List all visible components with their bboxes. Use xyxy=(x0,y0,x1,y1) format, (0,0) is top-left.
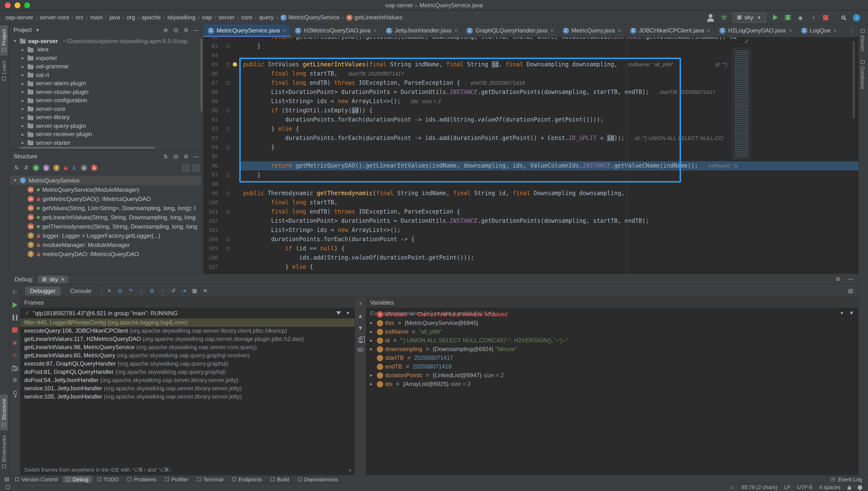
variable-row-downsampling[interactable]: ▸downsampling = {Downsampling@6924} "Min… xyxy=(366,345,858,353)
filter-frames-icon[interactable] xyxy=(336,311,341,315)
code-line-86[interactable]: 86 final long startTB, startTB: 20200807… xyxy=(203,69,858,79)
breadcrumb-item-skywalking[interactable]: skywalking xyxy=(167,14,196,21)
toolwindow-button-endpoints[interactable]: Endpoints xyxy=(229,476,265,483)
fold-marker-icon[interactable] xyxy=(226,81,230,85)
fold-marker-icon[interactable] xyxy=(226,238,230,241)
show-fields-icon[interactable]: f xyxy=(53,165,60,171)
project-tree-item-server-library[interactable]: ▸server-library xyxy=(10,113,201,121)
breadcrumb-item-java[interactable]: java xyxy=(109,14,121,21)
stack-frame[interactable]: doPost:81, GraphQLQueryHandler (org.apac… xyxy=(20,368,354,376)
line-number[interactable]: 87 xyxy=(203,79,218,88)
code-line-89[interactable]: 89 List<String> ids = new ArrayList<>();… xyxy=(203,97,858,106)
caret-position[interactable]: 85:76 (2 chars) xyxy=(742,484,777,490)
inspection-ok-icon[interactable]: ✓ xyxy=(744,38,749,45)
debugger-tab-debugger[interactable]: Debugger xyxy=(25,286,60,295)
step-out-button[interactable]: ↑ xyxy=(160,287,166,294)
tool-strip-button-structure[interactable]: Structure xyxy=(0,395,8,431)
profiler-button[interactable]: ◔ xyxy=(809,14,817,21)
file-encoding[interactable]: UTF-8 xyxy=(797,484,812,490)
chevron-down-icon[interactable]: ▾ xyxy=(35,26,40,34)
project-hscrollbar[interactable] xyxy=(19,147,155,149)
code-line-84[interactable]: 84 xyxy=(203,51,858,60)
breadcrumb-item-oap[interactable]: oap xyxy=(202,14,212,21)
expand-icon[interactable]: ▸ xyxy=(370,336,375,345)
breadcrumb-item-org[interactable]: org xyxy=(126,14,136,21)
copy-icon[interactable] xyxy=(358,338,362,343)
project-tree-item-server-cluster-plugin[interactable]: ▸server-cluster-plugin xyxy=(10,88,201,96)
line-number[interactable]: 92 xyxy=(203,124,218,134)
editor-tab-jdbchikaricpclient-java[interactable]: CJDBCHikariCPClient.java× xyxy=(626,24,715,37)
tree-toggle-icon[interactable]: ▸ xyxy=(20,115,25,120)
zoom-window-button[interactable] xyxy=(24,2,30,8)
fold-marker-icon[interactable] xyxy=(226,192,230,195)
breadcrumb-item-server-core[interactable]: server-core xyxy=(39,14,69,21)
stack-frame[interactable]: executeQuery:106, JDBCHikariCPClient (or… xyxy=(20,327,354,335)
line-number[interactable]: 105 xyxy=(203,244,218,253)
minimap[interactable] xyxy=(732,48,751,159)
hide-panel-icon[interactable]: — xyxy=(193,153,199,160)
sort-alpha-icon[interactable]: ⇅ xyxy=(13,164,19,171)
status-left-icon[interactable] xyxy=(6,485,10,489)
variable-row-this[interactable]: ▸this = {MetricQueryService@6945} xyxy=(366,319,858,327)
move-down-icon[interactable]: ▼ xyxy=(357,324,363,332)
structure-item[interactable]: mgetLinearIntValues(String, String, Down… xyxy=(10,212,201,222)
run-to-cursor-button[interactable]: ⇥ xyxy=(181,287,187,294)
thread-selector[interactable]: ✓ "qtp1818592781-43"@6,921 in group "mai… xyxy=(20,308,354,319)
step-into-button[interactable]: ↓ xyxy=(139,287,144,294)
force-step-into-button[interactable]: ⇊ xyxy=(149,287,155,294)
settings-sliders-button[interactable]: ≋ xyxy=(202,287,208,294)
debug-settings-button[interactable]: ⚙ xyxy=(12,377,18,384)
structure-item[interactable]: mgetValues(String, List<String>, Downsam… xyxy=(10,203,201,212)
gear-icon[interactable]: ⚙ xyxy=(835,276,841,283)
fold-marker-icon[interactable] xyxy=(226,45,230,48)
editor-tab-graphqlqueryhandler-java[interactable]: CGraphQLQueryHandler.java× xyxy=(462,24,558,37)
line-number[interactable]: 89 xyxy=(203,97,218,106)
toolwindow-button-profiler[interactable]: Profiler xyxy=(162,476,192,483)
code-line-85[interactable]: 85public IntValues getLinearIntValues(fi… xyxy=(203,60,858,69)
breadcrumb-item-server[interactable]: server xyxy=(218,14,235,21)
toolwindow-button-debug[interactable]: Debug xyxy=(63,476,92,483)
line-number[interactable]: 85 xyxy=(203,60,218,69)
gear-icon[interactable]: ⚙ xyxy=(183,26,189,34)
toolwindow-switcher-icon[interactable]: ▤ xyxy=(4,475,10,483)
line-number[interactable]: 93 xyxy=(203,134,218,143)
line-number[interactable]: 97 xyxy=(203,170,218,180)
close-session-icon[interactable]: × xyxy=(61,276,64,283)
breadcrumb-item-core[interactable]: core xyxy=(241,14,253,21)
tree-toggle-icon[interactable]: ▾ xyxy=(12,38,18,44)
ide-update-icon[interactable]: ↑ xyxy=(853,14,860,21)
sort-icon[interactable]: ⇅ xyxy=(163,153,169,160)
step-over-button[interactable]: ↷ xyxy=(128,287,134,294)
close-tab-icon[interactable]: × xyxy=(618,28,621,33)
tree-toggle-icon[interactable]: ▸ xyxy=(20,64,25,69)
stack-frame[interactable]: getLinearIntValues:117, H2MetricsQueryDA… xyxy=(20,335,354,343)
toolwindow-button-terminal[interactable]: Terminal xyxy=(194,476,227,483)
show-anonymous-icon[interactable]: A xyxy=(91,165,97,171)
debugger-tab-console[interactable]: Console xyxy=(65,286,96,295)
expand-icon[interactable]: ▸ xyxy=(370,380,375,388)
move-up-icon[interactable]: ▲ xyxy=(357,312,363,320)
fold-marker-icon[interactable] xyxy=(226,247,230,250)
project-tree-item-server-starter[interactable]: ▸server-starter xyxy=(10,139,201,145)
variable-row-idvalues[interactable]: ×idValues = Cannot find local variable '… xyxy=(366,310,858,319)
breadcrumb-item-metricqueryservice[interactable]: CMetricQueryService xyxy=(280,14,340,21)
toolwindow-button-version-control[interactable]: Version Control xyxy=(11,476,61,483)
sort-visibility-icon[interactable]: ⇵ xyxy=(23,164,29,171)
structure-item[interactable]: mgetMetricQueryDAO(): IMetricsQueryDAO xyxy=(10,194,201,203)
code-line-104[interactable]: 104 durationPoints.forEach(durationPoint… xyxy=(203,235,858,244)
close-tab-icon[interactable]: × xyxy=(789,28,792,33)
expand-icon[interactable]: ▸ xyxy=(370,327,375,336)
restore-layout-button[interactable]: ▤ xyxy=(848,287,853,294)
stack-frame[interactable]: service:105, JettyJsonHandler (org.apach… xyxy=(20,393,354,401)
close-tab-icon[interactable]: × xyxy=(283,28,286,33)
autoscroll-from-source-icon[interactable] xyxy=(192,164,199,171)
stack-frame[interactable]: service:101, JettyJsonHandler (org.apach… xyxy=(20,384,354,393)
line-number[interactable]: 101 xyxy=(203,207,218,216)
code-line-106[interactable]: 106 ids.add(String.valueOf(durationPoint… xyxy=(203,253,858,262)
tree-toggle-icon[interactable]: ▸ xyxy=(20,106,25,112)
project-tree-item-server-configuration[interactable]: ▸server-configuration xyxy=(10,96,201,105)
collapse-all-icon[interactable]: ⊟ xyxy=(173,26,179,34)
hide-panel-icon[interactable]: — xyxy=(193,26,199,34)
variable-row-indname[interactable]: ▸indName = "all_p99" xyxy=(366,327,858,336)
show-visibility-icon[interactable]: v xyxy=(81,165,87,171)
